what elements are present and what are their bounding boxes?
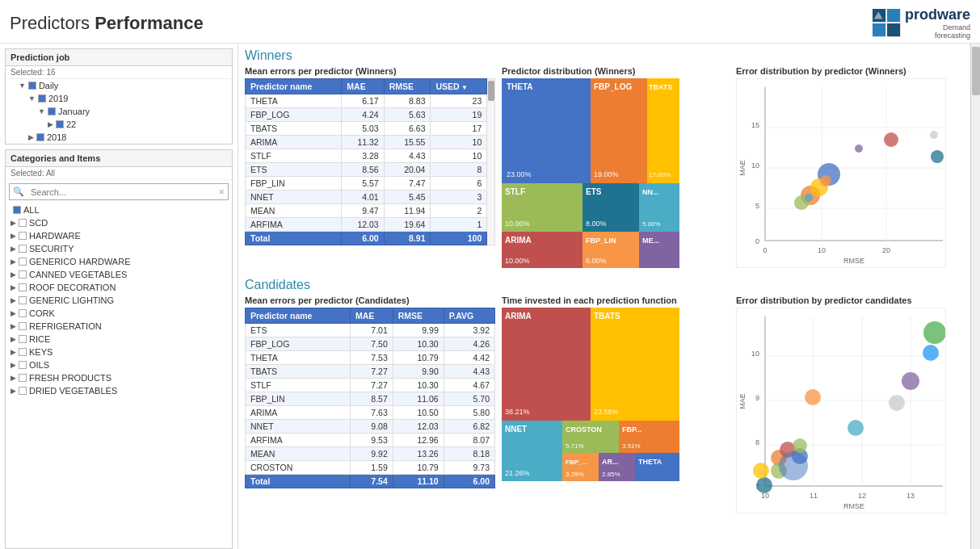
cat-rice[interactable]: ▶ RICE [6, 333, 232, 346]
tree-item-january[interactable]: ▼ January [6, 105, 232, 118]
svg-text:23.56%: 23.56% [594, 408, 619, 416]
checkbox-22[interactable] [56, 120, 64, 128]
checkbox-hardware[interactable] [19, 232, 27, 240]
logo: prodware Demandforecasting [873, 6, 970, 40]
cat-canned-vegetables[interactable]: ▶ CANNED VEGETABLES [6, 268, 232, 281]
tree-item-22[interactable]: ▶ 22 [6, 118, 232, 131]
tree-item-2018[interactable]: ▶ 2018 [6, 131, 232, 144]
prediction-job-title: Prediction job [6, 49, 232, 66]
th-predictor-name-w: Predictor name [246, 79, 342, 94]
toggle-22: ▶ [48, 120, 53, 128]
checkbox-oils[interactable] [19, 361, 27, 369]
checkbox-generico-hardware[interactable] [19, 258, 27, 266]
candidates-total-row: Total7.5411.106.00 [246, 475, 495, 488]
checkbox-scd[interactable] [19, 219, 27, 227]
tm-theta[interactable] [502, 78, 591, 183]
checkbox-security[interactable] [19, 245, 27, 253]
th-rmse-c: RMSE [393, 308, 444, 324]
checkbox-fresh-products[interactable] [19, 374, 27, 382]
svg-text:0: 0 [755, 237, 759, 245]
cat-fresh-products[interactable]: ▶ FRESH PRODUCTS [6, 371, 232, 384]
right-scrollbar[interactable] [970, 44, 980, 549]
bubble-cluster-c[interactable] [779, 451, 808, 480]
scroll-thumb-w [488, 81, 494, 101]
tm-c-arima[interactable] [502, 308, 591, 421]
tm-tbats[interactable] [647, 78, 679, 183]
checkbox-rice[interactable] [19, 335, 27, 343]
checkbox-refrigeration[interactable] [19, 322, 27, 330]
toggle-2018: ▶ [28, 133, 34, 141]
bubble-ets-c[interactable] [756, 477, 772, 493]
tree-item-daily[interactable]: ▼ Daily [6, 79, 232, 92]
checkbox-2019[interactable] [38, 94, 46, 103]
svg-text:11: 11 [810, 492, 818, 500]
cat-refrigeration[interactable]: ▶ REFRIGERATION [6, 320, 232, 333]
page-title: Predictors Performance [10, 13, 204, 34]
checkbox-daily[interactable] [28, 82, 36, 90]
search-box[interactable]: 🔍 × [9, 183, 229, 200]
checkbox-roof-decoration[interactable] [19, 283, 27, 291]
cat-cork[interactable]: ▶ CORK [6, 307, 232, 320]
scrollbar-thumb [972, 47, 980, 95]
bubble-arfima-c[interactable] [889, 395, 905, 411]
bubble-nnet-w[interactable] [805, 194, 813, 202]
bubble-ets-w[interactable] [931, 150, 944, 163]
checkbox-january[interactable] [48, 107, 56, 115]
cat-roof-decoration[interactable]: ▶ ROOF DECORATION [6, 281, 232, 294]
tree-item-2019[interactable]: ▼ 2019 [6, 92, 232, 105]
label-roof-decoration: ROOF DECORATION [29, 283, 116, 292]
candidates-treemap-container: Time invested in each prediction functio… [502, 295, 730, 515]
sidebar: Prediction job Selected: 16 ▼ Daily ▼ 20… [0, 44, 238, 549]
bubble-green-c[interactable] [923, 321, 946, 344]
tm-fbp-log[interactable] [591, 78, 647, 183]
tm-c-tbats[interactable] [591, 308, 679, 421]
cat-keys[interactable]: ▶ KEYS [6, 346, 232, 358]
svg-text:23.00%: 23.00% [507, 170, 532, 178]
table-row: STLF7.2710.304.67 [246, 379, 495, 392]
bubble-fbp-lin-c[interactable] [805, 389, 821, 405]
bubble-mean-w[interactable] [855, 145, 863, 153]
svg-text:STLF: STLF [505, 187, 525, 196]
checkbox-dried-vegetables[interactable] [19, 387, 27, 395]
checkbox-all[interactable] [13, 206, 21, 214]
search-input[interactable] [27, 185, 215, 199]
cat-hardware[interactable]: ▶ HARDWARE [6, 229, 232, 242]
svg-text:ARIMA: ARIMA [505, 236, 532, 245]
checkbox-generic-lighting[interactable] [19, 296, 27, 304]
checkbox-2018[interactable] [36, 133, 44, 141]
cat-oils[interactable]: ▶ OILS [6, 358, 232, 371]
bubble-arfima-w[interactable] [930, 131, 938, 139]
th-used-w[interactable]: USED [431, 79, 487, 94]
cat-all[interactable]: ALL [6, 203, 232, 216]
table-row: ETS7.019.993.92 [246, 324, 495, 337]
checkbox-canned-vegetables[interactable] [19, 270, 27, 279]
checkbox-keys[interactable] [19, 348, 27, 356]
candidates-scatter-svg: 7 8 9 10 10 11 12 13 RMSE MAE [736, 308, 946, 513]
checkbox-cork[interactable] [19, 309, 27, 317]
table-row: ETS8.5620.048 [246, 163, 487, 177]
svg-text:RMSE: RMSE [843, 502, 864, 510]
clear-search-button[interactable]: × [215, 184, 228, 199]
svg-text:19.00%: 19.00% [594, 170, 619, 178]
cat-generico-hardware[interactable]: ▶ GENERICO HARDWARE [6, 255, 232, 268]
cat-security[interactable]: ▶ SECURITY [6, 242, 232, 255]
bubble-nnet-c[interactable] [848, 420, 864, 436]
svg-text:10.00%: 10.00% [505, 257, 530, 265]
cat-generic-lighting[interactable]: ▶ GENERIC LIGHTING [6, 294, 232, 307]
bubble-tbats-c[interactable] [753, 463, 769, 479]
bubble-mean-c[interactable] [902, 372, 919, 390]
bubble-blue-c[interactable] [923, 345, 939, 361]
winners-treemap-title: Predictor distribution (Winners) [502, 66, 730, 76]
bubble-arima-w[interactable] [884, 132, 898, 147]
cat-dried-vegetables[interactable]: ▶ DRIED VEGETABLES [6, 384, 232, 397]
table-row: MEAN9.9213.268.18 [246, 447, 495, 461]
prediction-job-selected: Selected: 16 [6, 66, 232, 79]
bubble-fbp-lin-w[interactable] [820, 175, 831, 186]
label-security: SECURITY [29, 244, 74, 254]
svg-text:0: 0 [763, 246, 767, 254]
th-mae-c: MAE [350, 308, 393, 324]
table-row: FBP_LOG4.245.6319 [246, 108, 487, 122]
bubble-croston-c[interactable] [793, 438, 807, 453]
table-scrollbar-w[interactable] [487, 78, 495, 245]
cat-scd[interactable]: ▶ SCD [6, 216, 232, 229]
